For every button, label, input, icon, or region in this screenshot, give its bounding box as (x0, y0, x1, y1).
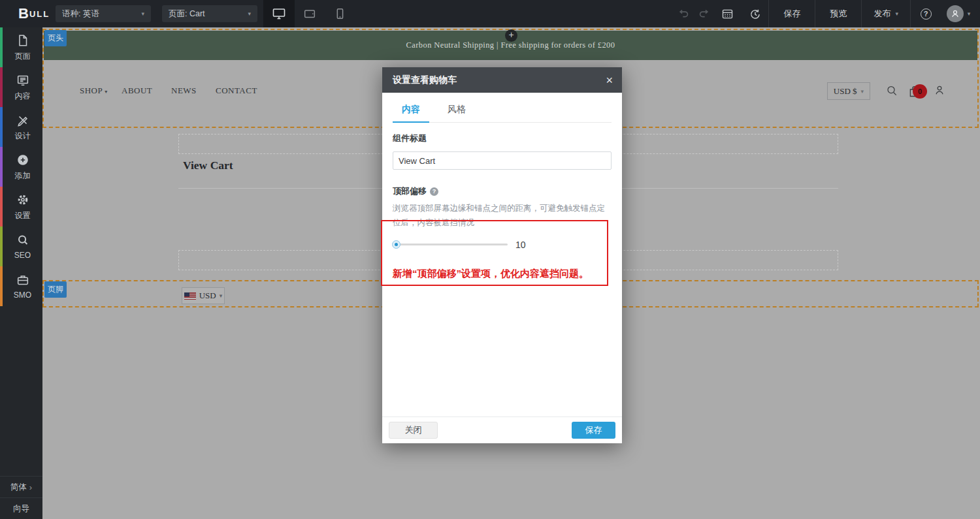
publish-button[interactable]: 发布 ▾ (862, 0, 910, 27)
chevron-right-icon: › (29, 482, 32, 492)
account-menu[interactable]: ▾ (941, 0, 976, 27)
topbar: BULL 语种: 英语 ▾ 页面: Cart ▾ (0, 0, 980, 27)
dialog-tabs: 内容 风格 (393, 104, 612, 123)
close-icon[interactable]: × (606, 74, 613, 86)
nav-link-about[interactable]: ABOUT (122, 86, 152, 96)
top-offset-value: 10 (515, 240, 526, 250)
sidebar-item-add[interactable]: 添加 (0, 147, 42, 187)
currency-select[interactable]: USD $ ▾ (827, 82, 870, 100)
footer-badge[interactable]: 页脚 (44, 281, 67, 298)
design-icon (16, 113, 30, 127)
tablet-icon (302, 7, 317, 21)
save-button[interactable]: 保存 (769, 0, 815, 27)
avatar (947, 5, 964, 22)
chevron-down-icon: ▾ (861, 88, 864, 95)
nav-link-contact[interactable]: CONTACT (216, 86, 257, 96)
page-icon (16, 33, 30, 48)
cart-button[interactable]: 0 (907, 82, 928, 103)
settings-dialog: 设置查看购物车 × 内容 风格 组件标题 顶部偏移 ? 浏览器顶部屏幕边缘和锚点… (382, 67, 622, 443)
dialog-title: 设置查看购物车 (393, 74, 457, 86)
footer-currency-select[interactable]: USD ▾ (182, 287, 225, 304)
add-section-button[interactable]: + (505, 29, 517, 42)
sections-grid-button[interactable] (713, 0, 741, 27)
top-offset-label: 顶部偏移 (393, 185, 427, 197)
help-icon[interactable]: ? (430, 187, 438, 196)
app-logo: BULL (18, 0, 50, 27)
grid-icon (721, 7, 734, 21)
mobile-icon (333, 7, 347, 21)
header-badge[interactable]: 页头 (44, 30, 67, 46)
slider-track[interactable] (393, 244, 508, 245)
search-icon[interactable] (885, 84, 898, 97)
logo-text: B (18, 5, 29, 22)
undo-icon (678, 7, 691, 20)
tab-content[interactable]: 内容 (393, 104, 429, 123)
seo-icon (16, 233, 30, 247)
redo-icon (697, 7, 710, 20)
page-select-label: 页面: Cart (169, 8, 205, 20)
page-select[interactable]: 页面: Cart ▾ (162, 5, 257, 22)
chevron-down-icon: ▾ (248, 10, 251, 17)
dialog-footer: 关闭 保存 (382, 417, 622, 443)
chevron-down-icon: ▾ (220, 292, 223, 299)
top-offset-slider[interactable] (393, 240, 508, 249)
tablet-view-button[interactable] (295, 0, 325, 27)
help-icon[interactable]: ? (921, 8, 932, 20)
dialog-header: 设置查看购物车 × (382, 67, 622, 93)
language-switch[interactable]: 简体 › (0, 476, 42, 497)
annotation-note: 新增“顶部偏移”设置项，优化内容遮挡问题。 (393, 268, 612, 280)
tab-style[interactable]: 风格 (438, 104, 475, 122)
account-icon[interactable] (933, 84, 946, 97)
language-select[interactable]: 语种: 英语 ▾ (56, 5, 151, 22)
component-title-label: 组件标题 (393, 133, 612, 144)
nav-link-news[interactable]: NEWS (171, 86, 197, 96)
dialog-body: 内容 风格 组件标题 顶部偏移 ? 浏览器顶部屏幕边缘和锚点之间的距离，可避免触… (382, 104, 622, 280)
topbar-actions: 保存 预览 发布 ▾ ? ▾ (674, 0, 976, 27)
smo-icon (16, 273, 30, 287)
sidebar-item-pages[interactable]: 页面 (0, 27, 42, 67)
sidebar-bottom: 简体 › 向导 (0, 476, 42, 519)
chevron-down-icon: ▾ (141, 10, 144, 17)
chevron-down-icon: ▾ (895, 10, 898, 17)
top-offset-control: 10 (393, 240, 612, 250)
content-icon (16, 73, 30, 87)
page-heading[interactable]: View Cart (183, 159, 233, 172)
desktop-icon (271, 6, 287, 22)
undo-button[interactable] (674, 0, 694, 27)
desktop-view-button[interactable] (263, 0, 295, 27)
sidebar-item-design[interactable]: 设计 (0, 107, 42, 147)
mobile-view-button[interactable] (325, 0, 355, 27)
device-preview-switch (263, 0, 355, 27)
add-icon (16, 153, 30, 167)
sidebar: 页面 内容 设计 添加 设置 (0, 27, 42, 519)
chevron-down-icon: ▾ (105, 89, 108, 95)
preview-button[interactable]: 预览 (815, 0, 861, 27)
component-title-input[interactable] (393, 151, 612, 170)
dialog-close-button[interactable]: 关闭 (389, 422, 438, 439)
dialog-save-button[interactable]: 保存 (572, 422, 615, 439)
redo-button[interactable] (694, 0, 713, 27)
top-offset-description: 浏览器顶部屏幕边缘和锚点之间的距离，可避免触发锚点定位后，内容被遮挡情况 (393, 202, 608, 230)
sidebar-item-settings[interactable]: 设置 (0, 187, 42, 227)
settings-icon (16, 193, 30, 207)
chevron-down-icon: ▾ (968, 10, 971, 17)
slider-handle[interactable] (392, 240, 400, 249)
us-flag-icon (184, 292, 196, 300)
language-select-label: 语种: 英语 (62, 8, 99, 20)
history-button[interactable] (741, 0, 768, 27)
cart-count-badge: 0 (913, 84, 927, 99)
history-icon (748, 7, 762, 21)
nav-link-shop[interactable]: SHOP▾ (80, 86, 108, 96)
wizard-button[interactable]: 向导 (0, 497, 42, 519)
sidebar-item-seo[interactable]: SEO (0, 227, 42, 266)
sidebar-item-smo[interactable]: SMO (0, 266, 42, 306)
sidebar-item-content[interactable]: 内容 (0, 67, 42, 107)
